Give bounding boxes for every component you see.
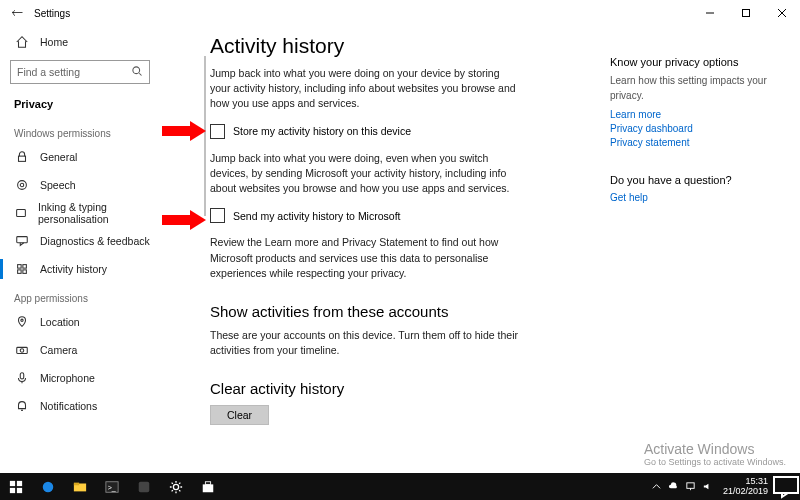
sidebar-item-label: Diagnostics & feedback <box>40 235 150 247</box>
sidebar-item-home[interactable]: Home <box>0 28 160 56</box>
svg-line-5 <box>139 73 141 75</box>
section-heading: Clear activity history <box>210 380 600 397</box>
taskbar-settings[interactable] <box>160 473 192 500</box>
sidebar-item-label: General <box>40 151 77 163</box>
svg-rect-31 <box>205 481 210 484</box>
close-button[interactable] <box>764 0 800 26</box>
svg-rect-14 <box>23 270 27 274</box>
taskbar: >_ 15:31 21/02/2019 <box>0 473 800 500</box>
taskbar-explorer[interactable] <box>64 473 96 500</box>
main-content: Activity history Jump back into what you… <box>160 26 610 473</box>
search-icon <box>131 65 143 79</box>
history-icon <box>14 261 30 277</box>
link-learn-more[interactable]: Learn more <box>610 109 786 120</box>
link-privacy-statement[interactable]: Privacy statement <box>610 137 786 148</box>
minimize-button[interactable] <box>692 0 728 26</box>
checkbox-send-history[interactable] <box>210 208 225 223</box>
svg-rect-11 <box>18 265 22 269</box>
sidebar-item-notifications[interactable]: Notifications <box>0 392 160 420</box>
taskbar-store[interactable] <box>192 473 224 500</box>
annotation-arrow <box>162 121 208 141</box>
tray-onedrive-icon[interactable] <box>668 481 679 492</box>
taskbar-terminal[interactable]: >_ <box>96 473 128 500</box>
checkbox-label: Send my activity history to Microsoft <box>233 210 400 222</box>
svg-rect-6 <box>19 156 26 161</box>
microphone-icon <box>14 370 30 386</box>
info-heading: Do you have a question? <box>610 174 786 186</box>
sidebar: Home Find a setting Privacy Windows perm… <box>0 26 160 473</box>
info-pane: Know your privacy options Learn how this… <box>610 26 800 473</box>
pen-icon <box>14 205 28 221</box>
search-input[interactable]: Find a setting <box>10 60 150 84</box>
svg-point-8 <box>20 183 24 187</box>
maximize-button[interactable] <box>728 0 764 26</box>
sidebar-item-label: Inking & typing personalisation <box>38 201 154 225</box>
taskbar-edge[interactable] <box>32 473 64 500</box>
svg-rect-20 <box>17 480 22 485</box>
sidebar-item-label: Location <box>40 316 80 328</box>
svg-rect-30 <box>203 484 214 492</box>
svg-rect-18 <box>20 373 24 379</box>
feedback-icon <box>14 233 30 249</box>
svg-rect-22 <box>17 487 22 492</box>
sidebar-group-label: App permissions <box>0 283 160 308</box>
sidebar-item-label: Speech <box>40 179 76 191</box>
clear-button[interactable]: Clear <box>210 405 269 425</box>
system-tray[interactable] <box>651 481 719 492</box>
svg-text:>_: >_ <box>108 483 116 491</box>
sidebar-item-general[interactable]: General <box>0 143 160 171</box>
checkbox-label: Store my activity history on this device <box>233 125 411 137</box>
svg-rect-32 <box>687 483 694 489</box>
svg-point-7 <box>18 181 27 190</box>
sidebar-item-label: Home <box>40 36 68 48</box>
svg-point-17 <box>20 349 24 353</box>
svg-rect-28 <box>139 481 150 492</box>
sidebar-item-microphone[interactable]: Microphone <box>0 364 160 392</box>
sidebar-item-inking[interactable]: Inking & typing personalisation <box>0 199 160 227</box>
svg-rect-19 <box>10 480 15 485</box>
home-icon <box>14 34 30 50</box>
sidebar-item-speech[interactable]: Speech <box>0 171 160 199</box>
paragraph: Review the Learn more and Privacy Statem… <box>210 235 520 281</box>
camera-icon <box>14 342 30 358</box>
svg-point-4 <box>133 67 140 74</box>
link-get-help[interactable]: Get help <box>610 192 786 203</box>
lock-icon <box>14 149 30 165</box>
sidebar-item-camera[interactable]: Camera <box>0 336 160 364</box>
taskbar-clock[interactable]: 15:31 21/02/2019 <box>719 477 772 497</box>
info-heading: Know your privacy options <box>610 56 786 68</box>
svg-rect-10 <box>17 237 28 243</box>
sidebar-category: Privacy <box>0 90 160 118</box>
svg-point-15 <box>21 319 23 321</box>
paragraph: These are your accounts on this device. … <box>210 328 520 358</box>
sidebar-item-label: Camera <box>40 344 77 356</box>
taskbar-app[interactable] <box>128 473 160 500</box>
svg-rect-25 <box>74 482 79 485</box>
action-center-button[interactable] <box>772 473 800 500</box>
sidebar-item-location[interactable]: Location <box>0 308 160 336</box>
svg-rect-13 <box>18 270 22 274</box>
sidebar-item-diagnostics[interactable]: Diagnostics & feedback <box>0 227 160 255</box>
section-heading: Show activities from these accounts <box>210 303 600 320</box>
sidebar-item-label: Microphone <box>40 372 95 384</box>
checkbox-store-history[interactable] <box>210 124 225 139</box>
search-placeholder: Find a setting <box>17 66 80 78</box>
svg-rect-21 <box>10 487 15 492</box>
svg-rect-34 <box>774 477 798 493</box>
window-title: Settings <box>34 8 70 19</box>
link-privacy-dashboard[interactable]: Privacy dashboard <box>610 123 786 134</box>
start-button[interactable] <box>0 473 32 500</box>
svg-rect-9 <box>17 210 26 217</box>
tray-volume-icon[interactable] <box>702 481 713 492</box>
back-button[interactable]: 🡐 <box>0 6 34 20</box>
info-text: Learn how this setting impacts your priv… <box>610 74 786 103</box>
sidebar-item-activity-history[interactable]: Activity history <box>0 255 160 283</box>
sidebar-item-label: Notifications <box>40 400 97 412</box>
intro-paragraph: Jump back into what you were doing on yo… <box>210 66 520 112</box>
svg-rect-1 <box>743 10 750 17</box>
tray-network-icon[interactable] <box>685 481 696 492</box>
bell-icon <box>14 398 30 414</box>
chevron-up-icon[interactable] <box>651 481 662 492</box>
location-icon <box>14 314 30 330</box>
svg-rect-12 <box>23 265 27 269</box>
